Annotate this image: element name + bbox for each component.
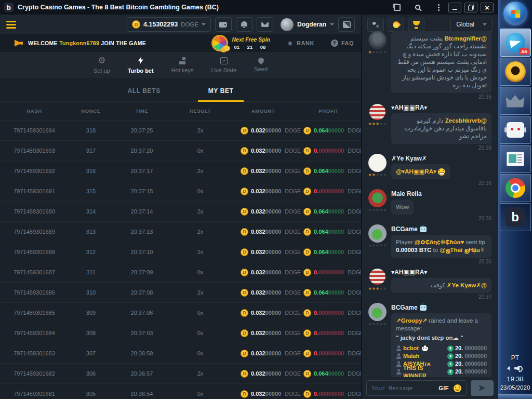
- rain-winner[interactable]: bcbot: [396, 344, 428, 352]
- hamburger-menu-icon[interactable]: [6, 19, 16, 30]
- chat-username[interactable]: BCGame: [391, 304, 491, 311]
- taskbar-winapp-button[interactable]: [500, 145, 531, 173]
- table-row[interactable]: 797145930169031420:37:142x0.03200000DOGE…: [0, 202, 361, 222]
- emoji-button[interactable]: [454, 384, 461, 392]
- tab-turbo-bet[interactable]: Turbo bet: [128, 57, 154, 74]
- channel-label: Global: [456, 21, 474, 28]
- balance-selector[interactable]: 4.15302293 DOGE: [127, 17, 211, 32]
- tab-hot-keys[interactable]: Hot keys: [171, 57, 194, 73]
- send-button[interactable]: [471, 380, 494, 396]
- hidden-icons-arrow[interactable]: [507, 366, 510, 370]
- table-row[interactable]: 797145930169231620:37:172x0.03200000DOGE…: [0, 161, 361, 181]
- chat-message: ★★★★★▾AH▣▣RA▾@Zecsbhkrvrb دارم کیرمو باق…: [367, 103, 491, 151]
- winapp-icon: [507, 152, 524, 166]
- free-spin-widget[interactable]: Next Free Spin 01:21:08: [211, 35, 271, 51]
- table-row[interactable]: 797145930168230620:36:572x0.03200000DOGE…: [0, 364, 361, 384]
- chat-avatar[interactable]: [368, 103, 387, 121]
- doge-coin-icon: [132, 20, 140, 29]
- rank-link[interactable]: ★RANK: [287, 39, 314, 47]
- translate-icon[interactable]: [390, 2, 404, 13]
- start-button[interactable]: [503, 2, 527, 25]
- doge-coin-icon: [241, 127, 248, 135]
- chat-bubble: @Zecsbhkrvrb دارم کیرمو باقاشوق میندازم …: [391, 113, 491, 144]
- chat-input-row: Your Message GIF: [362, 377, 498, 399]
- search-icon[interactable]: [411, 2, 424, 13]
- tab-seed[interactable]: Seed: [254, 58, 268, 72]
- language-indicator[interactable]: PT: [511, 354, 519, 362]
- clock-time: 19:38: [507, 375, 524, 383]
- chat-avatar[interactable]: [368, 224, 387, 243]
- taskbar-crown-button[interactable]: [500, 87, 531, 115]
- main-content: 4.15302293 DOGE Dogderan: [0, 15, 361, 399]
- close-button[interactable]: ×: [481, 3, 494, 12]
- taskbar-robot-button[interactable]: [500, 116, 531, 144]
- taskbar-chrome-button[interactable]: [500, 174, 531, 202]
- user-mention[interactable]: @✗Ye Kyaw✗: [447, 282, 487, 288]
- wallet-button[interactable]: [215, 17, 232, 32]
- table-row[interactable]: 797145930169131520:37:150x0.03200000DOGE…: [0, 181, 361, 202]
- kebab-menu-icon[interactable]: [432, 2, 445, 13]
- volume-icon[interactable]: [514, 365, 523, 371]
- table-row[interactable]: 797145930168931320:37:132x0.03200000DOGE…: [0, 222, 361, 242]
- show-desktop-button[interactable]: [498, 394, 532, 399]
- table-row[interactable]: 797145930168330720:36:590x0.03200000DOGE…: [0, 343, 361, 364]
- chat-avatar[interactable]: [368, 154, 387, 172]
- chat-avatar[interactable]: [368, 189, 387, 207]
- chat-username[interactable]: ▾AH▣▣RA▾: [391, 104, 491, 111]
- contest-button[interactable]: [408, 18, 424, 32]
- tab-live-state[interactable]: Live State: [211, 57, 236, 73]
- user-menu[interactable]: Dogderan: [281, 18, 334, 31]
- table-row[interactable]: 797145930168631020:37:082x0.03200000DOGE…: [0, 283, 361, 303]
- bet-time: 20:37:25: [113, 127, 170, 134]
- gif-button[interactable]: GIF: [438, 385, 449, 391]
- chat-username[interactable]: BCGame: [391, 225, 491, 233]
- channel-select[interactable]: Global: [450, 18, 493, 32]
- table-row[interactable]: 797145930169331720:37:200x0.03200000DOGE…: [0, 141, 361, 161]
- restore-button[interactable]: [464, 3, 477, 12]
- game-tabs: Set upTurbo betHot keysLive StateSeed: [0, 52, 361, 78]
- chat-username[interactable]: ✗Ye Kyaw✗: [391, 155, 491, 162]
- chat-username[interactable]: ▾AH▣▣RA▾: [391, 269, 491, 276]
- star-icon: ★: [368, 50, 372, 55]
- user-mention[interactable]: @ஐThaî ஐHậu✌: [440, 247, 485, 253]
- header-profit: PROFIT: [296, 108, 361, 114]
- table-row[interactable]: 797145930169431820:37:252x0.03200000DOGE…: [0, 121, 361, 141]
- messages-button[interactable]: [257, 17, 273, 32]
- message-input[interactable]: Your Message GIF: [366, 380, 467, 396]
- user-mention[interactable]: @Zecsbhkrvrb: [445, 117, 487, 124]
- chat-avatar[interactable]: [368, 31, 387, 49]
- trophy-icon: [413, 21, 420, 25]
- bet-result: 2x: [170, 229, 230, 235]
- faq-label: FAQ: [341, 40, 354, 46]
- rain-button[interactable]: [367, 18, 384, 32]
- user-level-stars: ★★★★★: [368, 208, 387, 212]
- table-row[interactable]: 797145930168130520:36:540x0.03200000DOGE…: [0, 384, 361, 399]
- table-row[interactable]: 797145930168530920:37:060x0.03200000DOGE…: [0, 303, 361, 323]
- taskbar-telegram-button[interactable]: .55: [500, 29, 531, 57]
- tab-all-bets[interactable]: ALL BETS: [117, 80, 171, 102]
- taskbar-game-button[interactable]: [500, 58, 531, 86]
- username: Dogderan: [297, 21, 326, 28]
- rain-winner[interactable]: Malah: [396, 352, 419, 360]
- table-row[interactable]: 797145930168430820:37:030x0.03200000DOGE…: [0, 323, 361, 343]
- chat-bubble: @Btcmagnifier پشت سیستم نشسته راحت گوز گ…: [391, 31, 491, 93]
- faq-link[interactable]: ?FAQ: [331, 39, 354, 47]
- table-row[interactable]: 797145930168831220:37:102x0.03200000DOGE…: [0, 242, 361, 262]
- tab-my-bet[interactable]: MY BET: [198, 80, 244, 102]
- bet-profit: 0.00000000DOGE: [296, 188, 361, 195]
- chat-avatar[interactable]: [368, 303, 387, 321]
- taskbar-clock[interactable]: 19:38 23/05/2020: [500, 375, 530, 391]
- user-mention[interactable]: @Btcmagnifier: [444, 35, 487, 42]
- bet-nonce: 306: [69, 370, 113, 377]
- chat-username[interactable]: Male Rella: [391, 190, 491, 197]
- user-mention[interactable]: @✿₵ôηḉ✻₵ɦúα♥: [415, 239, 464, 245]
- chat-avatar[interactable]: [368, 268, 387, 286]
- chat-toggle-button[interactable]: [338, 17, 355, 32]
- table-row[interactable]: 797145930168731120:37:090x0.03200000DOGE…: [0, 262, 361, 283]
- taskbar-bcgame-button[interactable]: b: [500, 203, 531, 231]
- user-mention[interactable]: @▾AH▣▣RA▾: [396, 168, 436, 175]
- coindrop-button[interactable]: [388, 18, 404, 32]
- tab-set-up[interactable]: Set up: [94, 57, 110, 74]
- minimize-button[interactable]: [448, 3, 461, 12]
- notifications-button[interactable]: [236, 17, 252, 32]
